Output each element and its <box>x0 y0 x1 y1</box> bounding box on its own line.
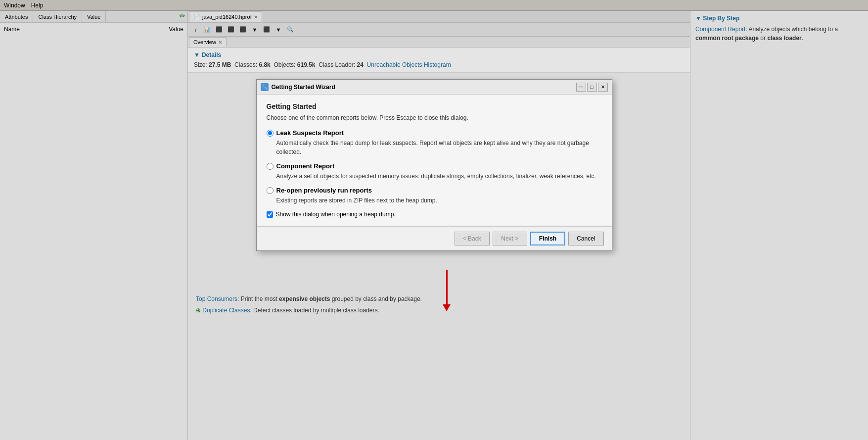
option-3-text: Re-open previously run reports <box>276 187 372 194</box>
radio-leak-suspects[interactable] <box>267 130 274 137</box>
option-3-desc: Existing reports are stored in ZIP files… <box>267 196 602 205</box>
dialog-body: Getting Started Choose one of the common… <box>257 95 612 226</box>
option-3-label[interactable]: Re-open previously run reports <box>267 187 602 194</box>
dialog-minimize-btn[interactable]: ─ <box>576 83 586 92</box>
option-1-text: Leak Suspects Report <box>276 129 344 137</box>
dialog-heading: Getting Started <box>267 102 602 110</box>
modal-overlay: 🔧 Getting Started Wizard ─ □ ✕ Getting S… <box>0 0 868 440</box>
dialog-close-btn[interactable]: ✕ <box>598 83 608 92</box>
option-component-report: Component Report Analyze a set of object… <box>267 162 602 181</box>
show-dialog-checkbox-row[interactable]: Show this dialog when opening a heap dum… <box>267 211 602 218</box>
option-2-text: Component Report <box>276 162 335 170</box>
show-dialog-label: Show this dialog when opening a heap dum… <box>276 211 396 218</box>
dialog-button-row: < Back Next > Finish Cancel <box>257 226 612 250</box>
dialog-maximize-btn[interactable]: □ <box>587 83 597 92</box>
option-leak-suspects: Leak Suspects Report Automatically check… <box>267 129 602 156</box>
cancel-button[interactable]: Cancel <box>568 232 603 245</box>
option-1-desc: Automatically check the heap dump for le… <box>267 139 602 156</box>
dialog-description: Choose one of the common reports below. … <box>267 114 602 121</box>
next-button[interactable]: Next > <box>493 232 527 245</box>
dialog-titlebar: 🔧 Getting Started Wizard ─ □ ✕ <box>257 80 612 95</box>
option-2-label[interactable]: Component Report <box>267 162 602 170</box>
option-2-desc: Analyze a set of objects for suspected m… <box>267 172 602 181</box>
radio-component-report[interactable] <box>267 163 274 170</box>
back-button[interactable]: < Back <box>455 232 490 245</box>
option-1-label[interactable]: Leak Suspects Report <box>267 129 602 137</box>
dialog-title-left: 🔧 Getting Started Wizard <box>261 83 335 91</box>
option-reopen: Re-open previously run reports Existing … <box>267 187 602 205</box>
dialog-title-text: Getting Started Wizard <box>272 84 335 91</box>
dialog-controls: ─ □ ✕ <box>576 83 608 92</box>
radio-reopen[interactable] <box>267 187 274 194</box>
show-dialog-checkbox[interactable] <box>267 211 273 218</box>
dialog-icon: 🔧 <box>261 83 269 91</box>
getting-started-dialog: 🔧 Getting Started Wizard ─ □ ✕ Getting S… <box>256 79 612 251</box>
finish-button[interactable]: Finish <box>530 232 565 245</box>
